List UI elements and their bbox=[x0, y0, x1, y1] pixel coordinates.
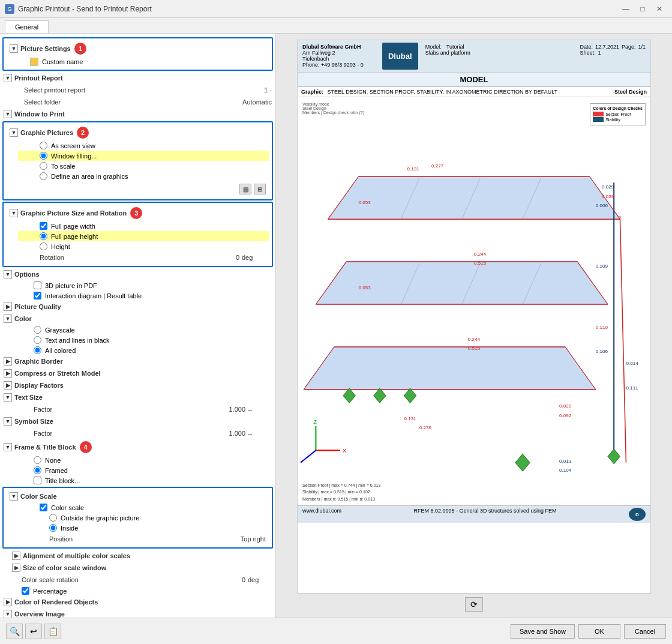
interaction-label: Interaction diagram | Result table bbox=[45, 292, 142, 299]
tab-general[interactable]: General bbox=[5, 20, 49, 33]
window-to-print-header[interactable]: ▼ Window to Print bbox=[0, 108, 275, 120]
color-expander[interactable]: ▼ bbox=[4, 314, 12, 323]
window-title: Graphic Printout - Send to Printout Repo… bbox=[18, 5, 152, 13]
size-rotation-expander[interactable]: ▼ bbox=[10, 209, 18, 217]
display-factors-expander[interactable]: ▶ bbox=[4, 381, 12, 390]
app-icon: G bbox=[5, 4, 14, 14]
radio-as-screen-view[interactable]: As screen view bbox=[18, 140, 269, 151]
svg-marker-23 bbox=[304, 347, 596, 390]
save-and-show-button[interactable]: Save and Show bbox=[511, 624, 575, 639]
svg-marker-7 bbox=[328, 176, 620, 219]
symbol-factor-unit: -- bbox=[248, 430, 272, 437]
legend-label-section: Section Proof bbox=[605, 112, 631, 116]
radio-window-filling[interactable]: Window filling... bbox=[18, 151, 269, 161]
color-rendered-expander[interactable]: ▶ bbox=[4, 598, 12, 606]
svg-text:0.053: 0.053 bbox=[358, 285, 371, 290]
view-adjust-btn2[interactable]: ⊞ bbox=[254, 184, 266, 194]
radio-outside[interactable]: Outside the graphic picture bbox=[18, 513, 269, 523]
color-rendered-header[interactable]: ▶ Color of Rendered Objects bbox=[0, 596, 275, 608]
full-page-height-label: Full page height bbox=[51, 233, 98, 240]
percentage-row[interactable]: Percentage bbox=[0, 586, 275, 596]
color-scale-header[interactable]: ▼ Color Scale bbox=[6, 490, 269, 502]
radio-define-area[interactable]: Define an area in graphics bbox=[18, 171, 269, 181]
preview-header: Dlubal Software GmbH Am Fallweg 2 Tiefen… bbox=[298, 40, 650, 73]
title-block-row[interactable]: Title block... bbox=[12, 475, 275, 486]
page-value: 1/1 bbox=[638, 44, 646, 50]
radio-framed[interactable]: Framed bbox=[12, 465, 275, 475]
svg-text:0.110: 0.110 bbox=[596, 325, 608, 330]
pdf3d-row[interactable]: 3D picture in PDF bbox=[12, 280, 275, 290]
printout-report-expander[interactable]: ▼ bbox=[4, 74, 12, 82]
preview-footer: www.dlubal.com RFEM 6.02.0005 - General … bbox=[298, 505, 650, 523]
color-scale-check-row[interactable]: Color scale bbox=[18, 502, 269, 513]
height-row[interactable]: Height bbox=[18, 241, 269, 251]
graphic-pictures-label: Graphic Pictures bbox=[20, 129, 73, 136]
svg-text:Section Proof | max = 0.744 | : Section Proof | max = 0.744 | min = 0.01… bbox=[302, 483, 380, 488]
graphic-pictures-header[interactable]: ▼ Graphic Pictures 2 bbox=[6, 125, 269, 140]
radio-none[interactable]: None bbox=[12, 455, 275, 465]
symbol-size-expander[interactable]: ▼ bbox=[4, 417, 12, 426]
picture-quality-expander[interactable]: ▶ bbox=[4, 302, 12, 311]
window-to-print-expander[interactable]: ▼ bbox=[4, 110, 12, 118]
view-adjust-btn1[interactable]: ▤ bbox=[239, 184, 251, 194]
legend-color-section bbox=[593, 112, 604, 116]
radio-all-colored[interactable]: All colored bbox=[12, 345, 275, 355]
radio-grayscale[interactable]: Grayscale bbox=[12, 325, 275, 335]
badge-4: 4 bbox=[80, 441, 92, 453]
search-button[interactable]: 🔍 bbox=[6, 624, 23, 639]
picture-quality-header[interactable]: ▶ Picture Quality bbox=[0, 301, 275, 313]
compress-stretch-header[interactable]: ▶ Compress or Stretch Model bbox=[0, 367, 275, 379]
ok-button[interactable]: OK bbox=[578, 624, 620, 639]
text-size-header[interactable]: ▼ Text Size bbox=[0, 391, 275, 403]
picture-settings-expander[interactable]: ▼ bbox=[10, 44, 18, 53]
options-expander[interactable]: ▼ bbox=[4, 270, 12, 278]
minimize-button[interactable]: — bbox=[618, 3, 634, 15]
close-button[interactable]: ✕ bbox=[652, 3, 667, 15]
copy-button[interactable]: 📋 bbox=[44, 624, 61, 639]
symbol-size-header[interactable]: ▼ Symbol Size bbox=[0, 415, 275, 427]
undo-button[interactable]: ↩ bbox=[25, 624, 42, 639]
frame-title-content: None Framed Title block... bbox=[0, 455, 275, 486]
size-rotation-header[interactable]: ▼ Graphic Picture Size and Rotation 3 bbox=[6, 205, 269, 221]
company-info: Dlubal Software GmbH Am Fallweg 2 Tiefen… bbox=[298, 40, 380, 72]
picture-settings-header[interactable]: ▼ Picture Settings 1 bbox=[6, 41, 269, 56]
refresh-button[interactable]: ⟳ bbox=[465, 597, 483, 612]
color-header[interactable]: ▼ Color bbox=[0, 313, 275, 325]
text-factor-value: 1.000 bbox=[173, 406, 245, 413]
frame-title-header[interactable]: ▼ Frame & Title Block 4 bbox=[0, 439, 275, 455]
compress-stretch-expander[interactable]: ▶ bbox=[4, 369, 12, 378]
steel-design-label: Steel Design bbox=[302, 106, 364, 110]
printout-report-header[interactable]: ▼ Printout Report bbox=[0, 72, 275, 84]
maximize-button[interactable]: □ bbox=[635, 3, 650, 15]
text-size-expander[interactable]: ▼ bbox=[4, 393, 12, 402]
svg-text:0.131: 0.131 bbox=[407, 166, 419, 172]
graphic-pictures-expander[interactable]: ▼ bbox=[10, 128, 18, 137]
frame-title-expander[interactable]: ▼ bbox=[4, 443, 12, 451]
svg-text:0.029: 0.029 bbox=[602, 194, 614, 199]
overview-image-header[interactable]: ▼ Overview Image bbox=[0, 608, 275, 618]
interaction-row[interactable]: Interaction diagram | Result table bbox=[12, 290, 275, 301]
full-page-width-row[interactable]: Full page width bbox=[18, 221, 269, 231]
color-content: Grayscale Text and lines in black All co… bbox=[0, 325, 275, 355]
options-header[interactable]: ▼ Options bbox=[0, 268, 275, 280]
options-label: Options bbox=[14, 271, 40, 278]
bottom-bar: 🔍 ↩ 📋 Save and Show OK Cancel bbox=[0, 618, 672, 644]
size-colorscale-header[interactable]: ▶ Size of color scale window bbox=[0, 562, 275, 574]
cancel-button[interactable]: Cancel bbox=[624, 624, 666, 639]
display-factors-header[interactable]: ▶ Display Factors bbox=[0, 379, 275, 391]
color-rendered-label: Color of Rendered Objects bbox=[14, 598, 98, 606]
radio-to-scale[interactable]: To scale bbox=[18, 161, 269, 171]
graphic-border-header[interactable]: ▶ Graphic Border bbox=[0, 355, 275, 367]
alignment-header[interactable]: ▶ Alignment of multiple color scales bbox=[0, 550, 275, 562]
full-page-height-row[interactable]: Full page height bbox=[18, 231, 269, 241]
size-rotation-section: ▼ Graphic Picture Size and Rotation 3 Fu… bbox=[2, 202, 273, 267]
structure-svg: X Z Y bbox=[298, 97, 650, 505]
radio-inside[interactable]: Inside bbox=[18, 523, 269, 533]
overview-image-expander[interactable]: ▼ bbox=[4, 610, 12, 618]
company-address2: Tiefenbach bbox=[302, 56, 375, 62]
alignment-expander[interactable]: ▶ bbox=[12, 552, 20, 560]
radio-text-black[interactable]: Text and lines in black bbox=[12, 335, 275, 345]
color-scale-expander[interactable]: ▼ bbox=[10, 492, 18, 501]
size-colorscale-expander[interactable]: ▶ bbox=[12, 564, 20, 572]
graphic-border-expander[interactable]: ▶ bbox=[4, 357, 12, 366]
